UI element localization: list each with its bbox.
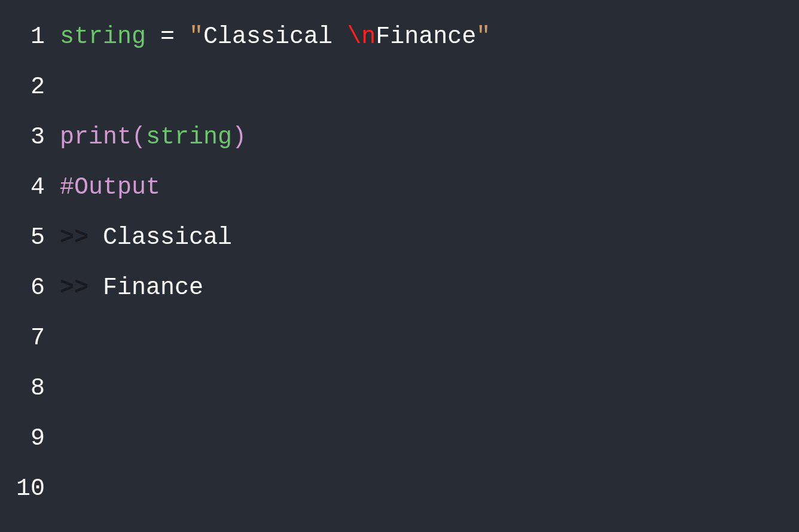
- code-line[interactable]: [60, 313, 799, 363]
- token-paren: (: [132, 124, 146, 151]
- code-line[interactable]: #Output: [60, 163, 799, 213]
- token-space: [89, 224, 103, 251]
- token-string: Classical: [203, 23, 347, 50]
- code-area[interactable]: string = "Classical \nFinance" print(str…: [60, 12, 799, 520]
- token-comment: #Output: [60, 174, 160, 201]
- code-line[interactable]: string = "Classical \nFinance": [60, 12, 799, 62]
- token-prompt: >>: [60, 274, 89, 301]
- token-variable: string: [60, 23, 146, 50]
- code-line[interactable]: [60, 363, 799, 414]
- code-line[interactable]: [60, 464, 799, 514]
- code-line[interactable]: [60, 414, 799, 464]
- token-function: print: [60, 124, 132, 151]
- token-output: Finance: [103, 274, 203, 301]
- token-output: Classical: [103, 224, 246, 251]
- code-line[interactable]: >> Finance: [60, 263, 799, 313]
- token-operator: =: [160, 23, 175, 50]
- token-space: [175, 23, 189, 50]
- line-number: 6: [0, 263, 45, 313]
- token-space: [89, 274, 103, 301]
- code-line[interactable]: >> Classical: [60, 213, 799, 263]
- line-number: 2: [0, 62, 45, 112]
- line-number: 9: [0, 414, 45, 464]
- line-number: 7: [0, 313, 45, 363]
- token-space: [146, 23, 160, 50]
- line-number: 8: [0, 363, 45, 414]
- line-number-gutter: 1 2 3 4 5 6 7 8 9 10: [0, 12, 60, 520]
- token-prompt: >>: [60, 224, 89, 251]
- line-number: 3: [0, 112, 45, 163]
- token-argument: string: [146, 124, 232, 151]
- token-string: Finance: [376, 23, 476, 50]
- code-line[interactable]: print(string): [60, 112, 799, 163]
- token-escape: \n: [347, 23, 376, 50]
- line-number: 10: [0, 464, 45, 514]
- token-quote: ": [189, 23, 203, 50]
- code-editor[interactable]: 1 2 3 4 5 6 7 8 9 10 string = "Classical…: [0, 12, 799, 520]
- line-number: 1: [0, 12, 45, 62]
- token-quote: ": [476, 23, 490, 50]
- line-number: 5: [0, 213, 45, 263]
- code-line[interactable]: [60, 62, 799, 112]
- token-paren: ): [232, 124, 246, 151]
- line-number: 4: [0, 163, 45, 213]
